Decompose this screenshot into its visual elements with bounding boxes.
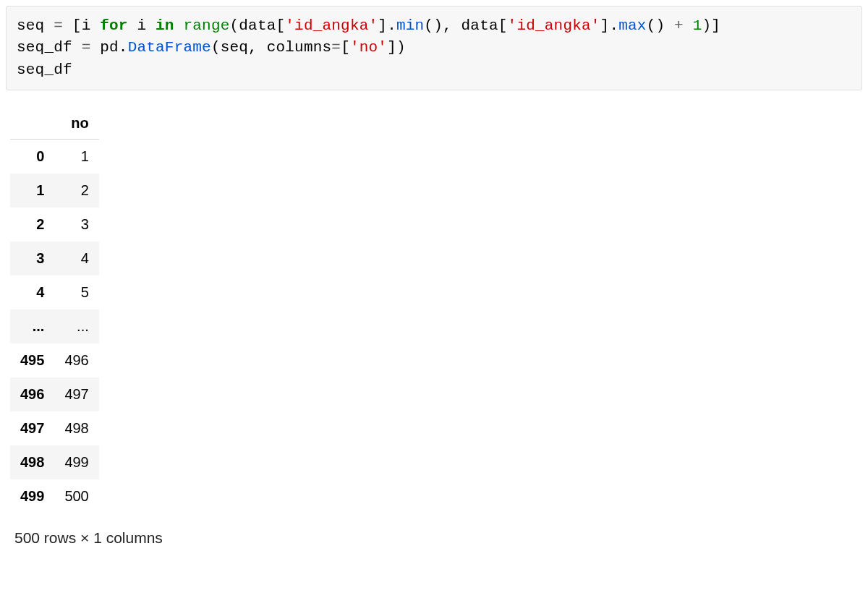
code-input-cell[interactable]: seq = [i for i in range(data['id_angka']… <box>6 6 862 90</box>
table-row: 495496 <box>10 343 99 377</box>
table-row: 496497 <box>10 377 99 411</box>
code-text: )] <box>702 17 720 34</box>
cell-no: 496 <box>54 343 98 377</box>
row-index: 499 <box>10 479 54 513</box>
table-row: 23 <box>10 208 99 242</box>
code-string: 'no' <box>350 39 387 56</box>
code-keyword: for <box>100 17 127 34</box>
code-text <box>684 17 693 34</box>
table-row: 01 <box>10 140 99 174</box>
table-row: ...... <box>10 309 99 343</box>
cell-no: 2 <box>54 174 98 208</box>
code-call: DataFrame <box>128 39 211 56</box>
code-call: min <box>396 17 424 34</box>
code-text: ]) <box>387 39 406 56</box>
code-text: pd. <box>90 39 127 56</box>
cell-no: 499 <box>54 445 98 479</box>
cell-no: 498 <box>54 411 98 445</box>
row-index: 497 <box>10 411 54 445</box>
dataframe-table: no 0112233445......495496496497497498498… <box>10 108 99 513</box>
code-text: () <box>647 17 674 34</box>
code-text: (), data[ <box>424 17 507 34</box>
row-index: 495 <box>10 343 54 377</box>
cell-no: 4 <box>54 242 98 275</box>
code-string: 'id_angka' <box>508 17 600 34</box>
row-index: 4 <box>10 275 54 309</box>
code-call: max <box>618 17 646 34</box>
code-text: seq <box>17 17 54 34</box>
table-header-row: no <box>10 108 99 140</box>
row-index: 498 <box>10 445 54 479</box>
table-row: 499500 <box>10 479 99 513</box>
cell-no: 3 <box>54 208 98 242</box>
code-text: [i <box>63 17 100 34</box>
row-index: 2 <box>10 208 54 242</box>
cell-no: 1 <box>54 140 98 174</box>
row-index: 0 <box>10 140 54 174</box>
table-row: 497498 <box>10 411 99 445</box>
code-text: ]. <box>378 17 396 34</box>
table-row: 498499 <box>10 445 99 479</box>
column-header-no: no <box>54 108 98 140</box>
cell-no: 500 <box>54 479 98 513</box>
table-corner-cell <box>10 108 54 140</box>
code-operator: + <box>674 17 684 34</box>
cell-no: ... <box>54 309 98 343</box>
code-operator: = <box>331 39 341 56</box>
code-keyword: in <box>156 17 174 34</box>
code-text: [ <box>341 39 350 56</box>
cell-no: 5 <box>54 275 98 309</box>
code-builtin: range <box>183 17 229 34</box>
table-row: 45 <box>10 275 99 309</box>
dataframe-shape: 500 rows × 1 columns <box>14 529 862 547</box>
code-text: ]. <box>600 17 619 34</box>
row-index: ... <box>10 309 54 343</box>
code-text <box>174 17 184 34</box>
code-operator: = <box>54 17 63 34</box>
row-index: 496 <box>10 377 54 411</box>
code-text: (seq, columns <box>211 39 331 56</box>
table-row: 12 <box>10 174 99 208</box>
code-text: i <box>128 17 156 34</box>
code-text: (data[ <box>230 17 286 34</box>
row-index: 1 <box>10 174 54 208</box>
code-number: 1 <box>693 17 702 34</box>
code-operator: = <box>82 39 91 56</box>
cell-no: 497 <box>54 377 98 411</box>
code-text: seq_df <box>17 39 82 56</box>
output-area: no 0112233445......495496496497497498498… <box>10 108 862 547</box>
code-text: seq_df <box>17 61 72 78</box>
table-row: 34 <box>10 242 99 275</box>
row-index: 3 <box>10 242 54 275</box>
code-string: 'id_angka' <box>285 17 378 34</box>
